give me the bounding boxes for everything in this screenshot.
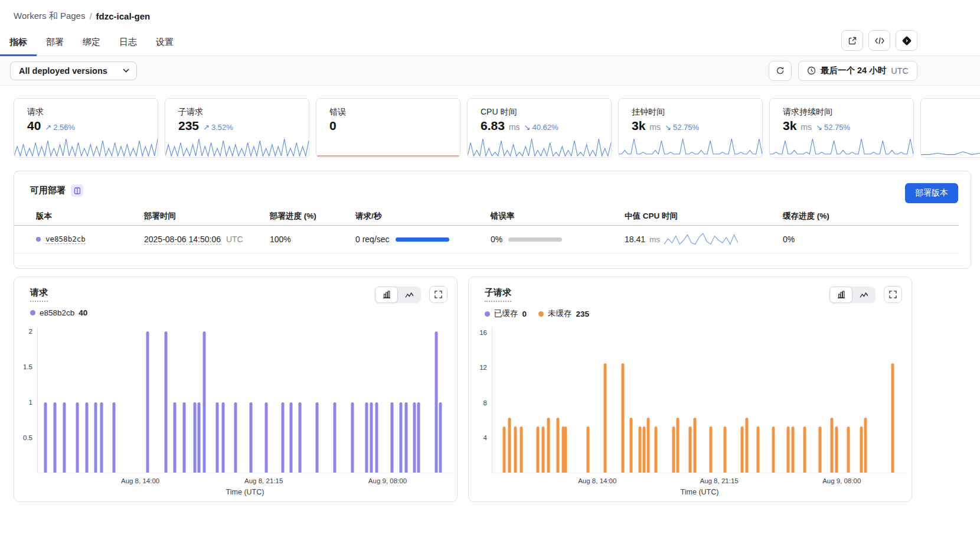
bar bbox=[536, 427, 539, 473]
bar bbox=[282, 402, 285, 473]
bar-chart-toggle[interactable] bbox=[829, 287, 852, 303]
x-tick-label: Aug 8, 14:00 bbox=[578, 477, 616, 484]
line-chart-toggle[interactable] bbox=[852, 287, 876, 303]
breadcrumb-separator: / bbox=[89, 11, 92, 21]
bar bbox=[864, 418, 867, 473]
bar bbox=[365, 402, 368, 473]
rps-value: 0 req/sec bbox=[355, 235, 390, 244]
deploy-version-button[interactable]: 部署版本 bbox=[905, 183, 958, 203]
metric-value: 0 bbox=[329, 119, 337, 133]
bar bbox=[165, 331, 168, 473]
bar bbox=[647, 418, 650, 473]
metric-value: 3k bbox=[632, 119, 645, 133]
requests-chart-card: 请求 e858b2cb 40 bbox=[14, 276, 458, 502]
version-filter-dropdown[interactable]: All deployed versions bbox=[10, 61, 137, 80]
x-axis-label: Time (UTC) bbox=[492, 488, 907, 496]
metric-card-subrequests: 子请求 235 ↗3.52% bbox=[165, 98, 309, 158]
y-tick-label: 8 bbox=[484, 399, 487, 406]
version-filter-label: All deployed versions bbox=[19, 66, 107, 76]
expand-icon bbox=[889, 291, 897, 298]
edit-code-button[interactable] bbox=[868, 30, 890, 51]
bar bbox=[146, 331, 149, 473]
deploy-progress-value: 100% bbox=[270, 235, 355, 244]
line-chart-icon bbox=[860, 291, 868, 298]
bar bbox=[672, 427, 675, 473]
bar bbox=[390, 402, 393, 473]
time-range-label: 最后一个 24 小时 bbox=[821, 65, 886, 76]
chart-toolbar bbox=[375, 286, 447, 303]
metric-cards-row: 请求 40 ↗2.56% 子请求 235 ↗3.52% 错误 0 CPU 时间 bbox=[0, 86, 980, 158]
deploy-time-timezone: UTC bbox=[226, 235, 243, 244]
workers-playground-button[interactable] bbox=[896, 30, 917, 51]
bar bbox=[417, 402, 420, 473]
cache-progress-value: 0% bbox=[783, 235, 959, 244]
bar bbox=[508, 418, 511, 473]
available-deployments-card: 可用部署 部署版本 版本 部署时间 部署进度 (%) 请求/秒 错误率 中值 C… bbox=[14, 171, 971, 269]
bar bbox=[221, 402, 224, 473]
x-axis: Aug 8, 14:00Aug 8, 21:15Aug 9, 08:00 bbox=[492, 477, 907, 486]
metric-delta: ↗2.56% bbox=[45, 123, 75, 132]
trend-arrow-icon: ↘ bbox=[665, 123, 671, 132]
versions-doc-icon bbox=[71, 184, 83, 197]
legend-label: 未缓存 bbox=[548, 308, 572, 319]
requests-bar-chart: 0.511.52 bbox=[37, 327, 453, 473]
trend-arrow-icon: ↘ bbox=[816, 123, 822, 132]
legend-item-version[interactable]: e858b2cb 40 bbox=[30, 308, 87, 317]
bar bbox=[786, 427, 789, 473]
x-tick-label: Aug 8, 14:00 bbox=[121, 477, 159, 484]
tab-deployments[interactable]: 部署 bbox=[37, 31, 73, 56]
workers-metrics-page: Workers 和 Pages / fdzc-ical-gen 指标 部署 绑定… bbox=[0, 0, 980, 537]
bar bbox=[803, 427, 806, 473]
metric-card-errors: 错误 0 bbox=[316, 98, 460, 158]
cpu-sparkline-chart bbox=[664, 230, 738, 248]
bar bbox=[638, 427, 641, 473]
refresh-button[interactable] bbox=[769, 61, 792, 81]
legend-dot bbox=[30, 310, 35, 315]
sparkline-chart bbox=[14, 136, 158, 157]
metric-delta: ↘52.75% bbox=[665, 123, 699, 132]
tab-bar: 指标 部署 绑定 日志 设置 bbox=[0, 31, 980, 56]
bar bbox=[183, 402, 186, 473]
time-range-button[interactable]: 最后一个 24 小时 UTC bbox=[798, 61, 917, 81]
tab-settings[interactable]: 设置 bbox=[146, 31, 183, 56]
metric-delta: ↘40.62% bbox=[524, 123, 558, 132]
legend-dot bbox=[538, 311, 544, 317]
chevron-down-icon bbox=[123, 69, 129, 73]
bar bbox=[435, 331, 437, 473]
bar bbox=[113, 402, 116, 473]
x-tick-label: Aug 9, 08:00 bbox=[368, 477, 407, 484]
bar-chart-toggle[interactable] bbox=[375, 287, 398, 303]
tab-bindings[interactable]: 绑定 bbox=[73, 31, 110, 56]
sparkline-chart bbox=[770, 136, 913, 157]
version-link[interactable]: ve858b2cb bbox=[45, 235, 86, 244]
expand-chart-button[interactable] bbox=[429, 286, 447, 303]
metric-value: 6.83 bbox=[481, 119, 505, 133]
y-tick-label: 12 bbox=[479, 364, 487, 371]
expand-chart-button[interactable] bbox=[884, 286, 902, 303]
y-tick-label: 0.5 bbox=[23, 434, 32, 441]
tab-metrics[interactable]: 指标 bbox=[0, 31, 37, 56]
bar bbox=[234, 402, 237, 473]
sparkline-chart bbox=[316, 136, 460, 157]
clock-icon bbox=[807, 66, 816, 75]
legend-value: 0 bbox=[522, 310, 527, 318]
bar bbox=[502, 427, 505, 473]
column-header-error-rate: 错误率 bbox=[491, 211, 625, 222]
metric-title: CPU 时间 bbox=[468, 99, 611, 118]
legend-item-uncached[interactable]: 未缓存 235 bbox=[538, 308, 589, 319]
open-external-button[interactable] bbox=[841, 30, 863, 51]
tab-logs[interactable]: 日志 bbox=[110, 31, 146, 56]
error-rate-value: 0% bbox=[491, 235, 502, 244]
metric-delta: ↘52.75% bbox=[816, 123, 850, 132]
bar bbox=[654, 427, 657, 473]
y-tick-label: 1 bbox=[29, 399, 32, 406]
deploy-time-value: 2025-08-06 14:50:06 bbox=[144, 235, 221, 245]
bar-chart-icon bbox=[837, 291, 845, 298]
chart-title: 请求 bbox=[30, 287, 48, 302]
line-chart-toggle[interactable] bbox=[398, 287, 421, 303]
external-link-icon bbox=[848, 36, 857, 45]
legend-label: 已缓存 bbox=[494, 308, 518, 319]
legend-item-cached[interactable]: 已缓存 0 bbox=[485, 308, 527, 319]
expand-icon bbox=[435, 291, 442, 298]
breadcrumb-workers-pages-link[interactable]: Workers 和 Pages bbox=[14, 11, 85, 22]
